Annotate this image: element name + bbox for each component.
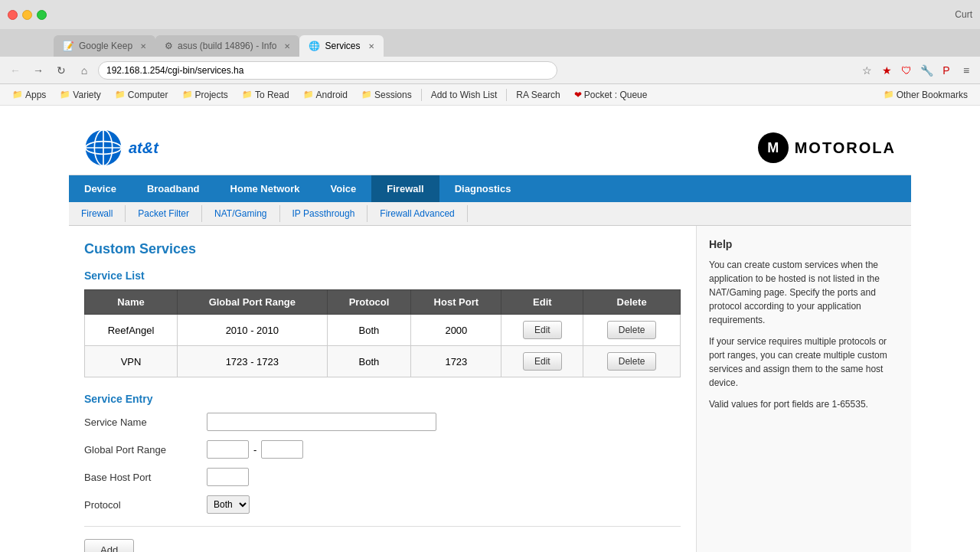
bookmarks-bar: 📁 Apps 📁 Variety 📁 Computer 📁 Projects 📁… <box>0 84 980 106</box>
forward-button[interactable]: → <box>29 61 47 80</box>
service-list-title: Service List <box>84 269 681 282</box>
bookmark-star-icon[interactable]: ☆ <box>859 63 874 78</box>
router-header: at&t M MOTOROLA <box>69 121 911 175</box>
bookmark-apps[interactable]: 📁 Apps <box>6 87 52 103</box>
folder-icon-apps: 📁 <box>12 90 23 100</box>
pocket-icon[interactable]: ★ <box>879 63 894 78</box>
subnav-ip-passthrough[interactable]: IP Passthrough <box>280 205 368 222</box>
edit-button-row1[interactable]: Edit <box>523 321 562 339</box>
bookmark-separator-2 <box>506 89 507 101</box>
folder-icon-projects: 📁 <box>182 90 193 100</box>
help-title: Help <box>709 238 899 250</box>
att-brand-text: at&t <box>129 139 158 157</box>
form-row-protocol: Protocol Both TCP UDP <box>84 495 681 514</box>
global-port-range-label: Global Port Range <box>84 444 207 456</box>
base-host-port-input[interactable] <box>207 468 249 486</box>
tab-close-asus[interactable]: ✕ <box>284 42 290 51</box>
adblock-icon[interactable]: 🛡 <box>899 63 914 78</box>
service-entry-form: Service Entry Service Name Global Port R… <box>84 393 681 552</box>
bookmark-add-wish-list[interactable]: Add to Wish List <box>425 87 504 103</box>
page-title: Custom Services <box>84 241 681 257</box>
tab-close-keep[interactable]: ✕ <box>140 42 146 51</box>
col-port-range: Global Port Range <box>178 290 328 315</box>
col-edit: Edit <box>501 290 583 315</box>
subnav-firewall[interactable]: Firewall <box>69 205 126 222</box>
main-content-panel: Custom Services Service List Name Global… <box>69 226 697 552</box>
extension-icon[interactable]: 🔧 <box>919 63 934 78</box>
row1-name: ReefAngel <box>85 315 178 346</box>
menu-icon[interactable]: ≡ <box>959 63 974 78</box>
minimize-button[interactable] <box>22 10 32 20</box>
folder-icon-variety: 📁 <box>60 90 70 100</box>
tab-label-asus: asus (build 14896) - Info <box>178 41 276 51</box>
nav-diagnostics[interactable]: Diagnostics <box>439 175 527 202</box>
bookmark-pocket-queue[interactable]: ❤ Pocket : Queue <box>568 87 654 103</box>
subnav-firewall-advanced[interactable]: Firewall Advanced <box>368 205 467 222</box>
protocol-select[interactable]: Both TCP UDP <box>207 495 250 514</box>
add-button[interactable]: Add <box>84 539 134 552</box>
base-host-port-label: Base Host Port <box>84 472 207 483</box>
content-area: Custom Services Service List Name Global… <box>69 226 911 552</box>
back-button[interactable]: ← <box>6 61 24 80</box>
row1-protocol: Both <box>327 315 411 346</box>
bookmark-ra-search[interactable]: RA Search <box>510 87 566 103</box>
bookmark-computer[interactable]: 📁 Computer <box>109 87 175 103</box>
service-entry-title: Service Entry <box>84 393 681 405</box>
help-text-1: You can create custom services when the … <box>709 258 899 327</box>
nav-broadband[interactable]: Broadband <box>132 175 215 202</box>
subnav-nat-gaming[interactable]: NAT/Gaming <box>202 205 279 222</box>
address-bar[interactable] <box>98 61 557 80</box>
toolbar: ← → ↻ ⌂ ☆ ★ 🛡 🔧 P ≡ <box>0 57 980 84</box>
row1-delete-cell: Delete <box>583 315 681 346</box>
port-range-end-input[interactable] <box>261 440 303 459</box>
row1-port-range: 2010 - 2010 <box>178 315 328 346</box>
home-button[interactable]: ⌂ <box>75 61 93 80</box>
col-delete: Delete <box>583 290 681 315</box>
row2-edit-cell: Edit <box>501 346 583 377</box>
pocket-heart-icon: ❤ <box>574 90 582 100</box>
edit-button-row2[interactable]: Edit <box>523 352 562 371</box>
title-bar: Curt <box>0 0 980 29</box>
tab-bar: 📝 Google Keep ✕ ⚙ asus (build 14896) - I… <box>0 29 980 57</box>
form-divider <box>84 526 681 527</box>
tab-services[interactable]: 🌐 Services ✕ <box>299 35 383 57</box>
motorola-circle-icon: M <box>758 132 789 163</box>
close-button[interactable] <box>8 10 18 20</box>
pinterest-icon[interactable]: P <box>939 63 954 78</box>
delete-button-row1[interactable]: Delete <box>607 321 657 339</box>
bookmark-sessions[interactable]: 📁 Sessions <box>355 87 418 103</box>
folder-icon-android: 📁 <box>303 90 314 100</box>
col-protocol: Protocol <box>327 290 411 315</box>
service-name-input[interactable] <box>207 413 436 431</box>
folder-icon-sessions: 📁 <box>361 90 372 100</box>
form-row-service-name: Service Name <box>84 413 681 431</box>
bookmark-to-read[interactable]: 📁 To Read <box>236 87 296 103</box>
tab-google-keep[interactable]: 📝 Google Keep ✕ <box>54 35 155 57</box>
tab-close-services[interactable]: ✕ <box>368 42 374 51</box>
subnav-packet-filter[interactable]: Packet Filter <box>126 205 202 222</box>
tab-label-services: Services <box>325 41 360 51</box>
delete-button-row2[interactable]: Delete <box>607 352 657 371</box>
fullscreen-button[interactable] <box>37 10 47 20</box>
nav-device[interactable]: Device <box>69 175 132 202</box>
folder-icon-computer: 📁 <box>115 90 126 100</box>
bookmark-android[interactable]: 📁 Android <box>297 87 354 103</box>
motorola-logo: M MOTOROLA <box>758 132 896 163</box>
form-row-global-port: Global Port Range - <box>84 440 681 459</box>
router-page: at&t M MOTOROLA Device Broadband Home Ne… <box>69 121 911 552</box>
table-row: VPN 1723 - 1723 Both 1723 Edit Delete <box>85 346 681 377</box>
nav-firewall[interactable]: Firewall <box>371 175 439 202</box>
nav-home-network[interactable]: Home Network <box>215 175 315 202</box>
bookmark-other[interactable]: 📁 Other Bookmarks <box>877 87 974 103</box>
port-range-start-input[interactable] <box>207 440 249 459</box>
bookmark-projects[interactable]: 📁 Projects <box>176 87 234 103</box>
tab-asus[interactable]: ⚙ asus (build 14896) - Info ✕ <box>155 35 299 57</box>
col-host-port: Host Port <box>411 290 501 315</box>
row2-name: VPN <box>85 346 178 377</box>
nav-voice[interactable]: Voice <box>315 175 372 202</box>
help-text-2: If your service requires multiple protoc… <box>709 335 899 390</box>
row2-host-port: 1723 <box>411 346 501 377</box>
reload-button[interactable]: ↻ <box>52 61 70 80</box>
bookmark-variety[interactable]: 📁 Variety <box>54 87 106 103</box>
port-range-inputs: - <box>207 440 303 459</box>
